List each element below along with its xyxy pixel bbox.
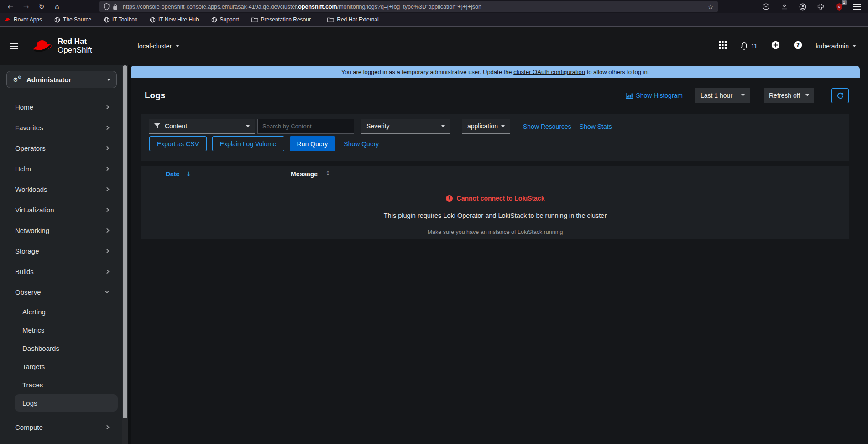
- error-title: Cannot connect to LokiStack: [457, 195, 545, 202]
- globe-icon: [104, 17, 110, 23]
- reload-button[interactable]: ↻: [34, 0, 49, 13]
- cluster-selector[interactable]: local-cluster: [138, 42, 180, 50]
- show-stats-link[interactable]: Show Stats: [580, 123, 612, 130]
- sidebar-item-networking[interactable]: Networking: [0, 220, 122, 241]
- chevron-right-icon: [105, 187, 110, 192]
- chevron-down-icon: [805, 94, 809, 96]
- browser-toolbar: ← → ↻ ⌂ https://console-openshift-consol…: [0, 0, 868, 13]
- filter-funnel-icon: [154, 123, 160, 129]
- bookmarks-bar: Rover Apps The Source IT Toolbox IT New …: [0, 13, 868, 26]
- bookmark-star-icon[interactable]: ☆: [708, 3, 714, 11]
- filter-toolbar-card: Content Severity application Show Resour…: [141, 114, 849, 161]
- refresh-now-button[interactable]: [831, 88, 849, 103]
- sidebar-item-workloads[interactable]: Workloads: [0, 179, 122, 200]
- chevron-right-icon: [105, 228, 110, 233]
- app-frame: ⚙⚙ Administrator Home Favorites Operator…: [0, 65, 868, 444]
- page-header: Logs Show Histogram Last 1 hour Refresh …: [145, 85, 849, 106]
- cluster-oauth-link[interactable]: cluster OAuth configuration: [513, 69, 585, 75]
- sort-both-icon[interactable]: ↕: [325, 170, 330, 177]
- column-header-message[interactable]: Message: [291, 170, 318, 178]
- notifications-button[interactable]: 11: [740, 42, 758, 50]
- search-input[interactable]: [257, 119, 354, 134]
- sidebar-item-logs[interactable]: Logs: [15, 394, 118, 412]
- show-query-link[interactable]: Show Query: [344, 140, 379, 148]
- sidebar-item-builds[interactable]: Builds: [0, 261, 122, 282]
- bookmark-rover-apps[interactable]: Rover Apps: [5, 16, 42, 23]
- bookmark-it-new-hire-hub[interactable]: IT New Hire Hub: [150, 16, 199, 23]
- bookmark-folder-presentation[interactable]: Presentation Resour...: [251, 16, 315, 23]
- sidebar-scrollbar-thumb[interactable]: [123, 65, 127, 418]
- sidebar-item-compute[interactable]: Compute: [0, 417, 122, 438]
- sidebar-item-targets[interactable]: Targets: [0, 357, 122, 375]
- quick-create-plus-icon[interactable]: [771, 41, 780, 51]
- extensions-puzzle-icon[interactable]: [816, 2, 825, 11]
- chevron-down-icon: [176, 45, 179, 47]
- bookmark-support[interactable]: Support: [211, 16, 239, 23]
- show-histogram-link[interactable]: Show Histogram: [626, 92, 683, 99]
- menu-hamburger-icon[interactable]: [853, 2, 862, 11]
- exclamation-circle-icon: !: [446, 195, 453, 202]
- globe-icon: [211, 17, 217, 23]
- bookmark-it-toolbox[interactable]: IT Toolbox: [104, 16, 137, 23]
- openshift-logo[interactable]: Red Hat OpenShift: [32, 37, 92, 54]
- main-content: You are logged in as a temporary adminis…: [131, 65, 868, 444]
- sidebar-item-helm[interactable]: Helm: [0, 159, 122, 179]
- globe-icon: [150, 17, 156, 23]
- tenant-dropdown[interactable]: application: [462, 119, 510, 134]
- url-bar[interactable]: https://console-openshift-console.apps.e…: [99, 1, 718, 12]
- sidebar-item-home[interactable]: Home: [0, 97, 122, 117]
- chevron-right-icon: [105, 249, 110, 254]
- logs-table-card: Date ↓ Message ↕ ! Cannot connect to Lok…: [141, 166, 849, 239]
- downloads-icon[interactable]: [780, 2, 789, 11]
- sort-descending-icon: ↓: [186, 170, 191, 178]
- redhat-fedora-icon: [32, 39, 53, 53]
- run-query-button[interactable]: Run Query: [290, 136, 335, 151]
- masthead-right: 11 ? kube:admin: [719, 41, 868, 51]
- filter-links: Show Resources Show Stats: [523, 119, 612, 134]
- sidebar-item-operators[interactable]: Operators: [0, 138, 122, 159]
- account-icon[interactable]: [798, 2, 807, 11]
- time-range-dropdown[interactable]: Last 1 hour: [695, 88, 750, 103]
- sidebar-item-alerting[interactable]: Alerting: [0, 302, 122, 321]
- bell-icon: [740, 42, 748, 50]
- attribute-filter-dropdown[interactable]: Content: [149, 119, 255, 134]
- sidebar-item-storage[interactable]: Storage: [0, 241, 122, 261]
- column-header-date[interactable]: Date ↓: [166, 170, 191, 178]
- perspective-switcher[interactable]: ⚙⚙ Administrator: [6, 71, 117, 88]
- adblock-shield-icon[interactable]: u 1: [835, 2, 843, 11]
- sidebar-item-metrics[interactable]: Metrics: [0, 321, 122, 339]
- chevron-right-icon: [105, 105, 110, 110]
- sidebar-item-observe[interactable]: Observe: [0, 282, 122, 302]
- explain-log-volume-button[interactable]: Explain Log Volume: [212, 136, 284, 151]
- bookmark-the-source[interactable]: The Source: [54, 16, 91, 23]
- sidebar-item-dashboards[interactable]: Dashboards: [0, 339, 122, 357]
- export-csv-button[interactable]: Export as CSV: [149, 136, 207, 151]
- sidebar-item-favorites[interactable]: Favorites: [0, 117, 122, 138]
- user-menu[interactable]: kube:admin: [816, 42, 856, 50]
- refresh-interval-dropdown[interactable]: Refresh off: [764, 88, 814, 103]
- forward-button[interactable]: →: [18, 0, 34, 13]
- sidebar-item-traces[interactable]: Traces: [0, 375, 122, 394]
- lock-warning-icon[interactable]: [113, 4, 118, 10]
- chevron-right-icon: [105, 167, 110, 171]
- gears-icon: ⚙⚙: [13, 75, 22, 84]
- app-launcher-grid-icon[interactable]: [719, 41, 727, 51]
- bookmark-folder-redhat-external[interactable]: Red Hat External: [327, 16, 378, 23]
- show-resources-link[interactable]: Show Resources: [523, 123, 571, 130]
- table-header: Date ↓ Message ↕: [141, 166, 849, 183]
- chevron-down-icon: [246, 125, 250, 127]
- home-button[interactable]: ⌂: [49, 0, 65, 13]
- folder-icon: [251, 17, 258, 22]
- url-text: https://console-openshift-console.apps.e…: [123, 4, 704, 10]
- masthead: Red Hat OpenShift local-cluster 11 ? kub…: [0, 27, 868, 65]
- chevron-down-icon: [852, 45, 856, 47]
- pocket-icon[interactable]: [762, 2, 770, 11]
- back-button[interactable]: ←: [3, 0, 18, 13]
- sync-icon: [837, 92, 844, 100]
- sidebar: ⚙⚙ Administrator Home Favorites Operator…: [0, 65, 128, 444]
- sidebar-item-virtualization[interactable]: Virtualization: [0, 200, 122, 220]
- severity-dropdown[interactable]: Severity: [361, 119, 450, 134]
- help-question-icon[interactable]: ?: [794, 41, 802, 51]
- nav-toggle-hamburger-icon[interactable]: [10, 43, 18, 49]
- tracking-shield-icon[interactable]: [104, 3, 110, 10]
